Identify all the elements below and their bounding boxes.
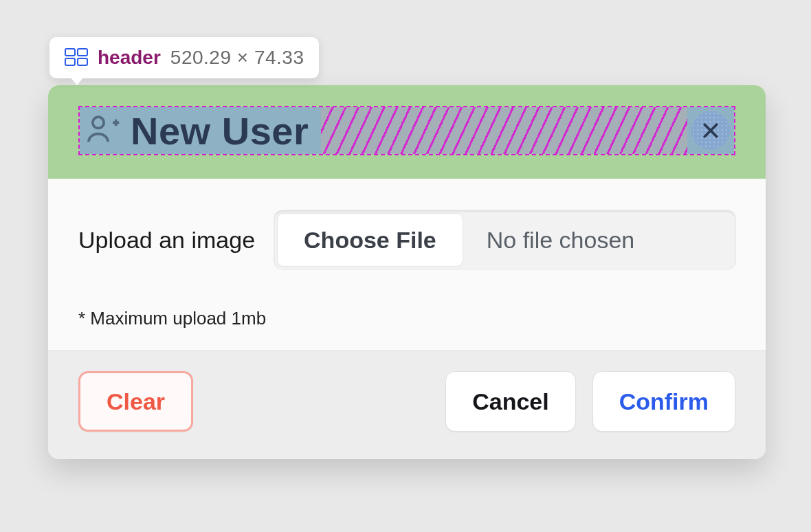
modal-title: New User (131, 109, 309, 153)
modal-body: Upload an image Choose File No file chos… (48, 179, 766, 351)
user-plus-icon (84, 111, 122, 150)
svg-rect-3 (78, 58, 87, 65)
svg-rect-2 (65, 58, 75, 65)
tooltip-element-name: header (98, 47, 161, 69)
file-status-text: No file chosen (466, 210, 735, 269)
layout-grid-icon (65, 48, 88, 67)
upload-hint: * Maximum upload 1mb (78, 308, 735, 329)
upload-label: Upload an image (78, 227, 255, 254)
close-icon (700, 120, 721, 141)
svg-rect-1 (78, 49, 87, 56)
modal-header: New User (78, 106, 735, 155)
svg-rect-0 (65, 49, 75, 56)
svg-point-4 (93, 117, 104, 128)
file-input[interactable]: Choose File No file chosen (274, 210, 735, 269)
inspect-gap-overlay (321, 107, 687, 154)
modal-header-title-group: New User (80, 107, 321, 154)
modal-footer: Clear Cancel Confirm (48, 351, 766, 459)
new-user-modal: New User Upload an image Choose File No … (48, 85, 766, 459)
confirm-button[interactable]: Confirm (592, 371, 735, 432)
devtools-element-tooltip: header 520.29 × 74.33 (49, 37, 319, 78)
cancel-button[interactable]: Cancel (445, 371, 576, 432)
close-button[interactable] (687, 107, 734, 154)
upload-row: Upload an image Choose File No file chos… (78, 210, 735, 269)
clear-button[interactable]: Clear (78, 371, 193, 432)
tooltip-dimensions: 520.29 × 74.33 (170, 47, 304, 69)
choose-file-button[interactable]: Choose File (277, 213, 463, 267)
modal-header-overlay: New User (48, 85, 766, 179)
